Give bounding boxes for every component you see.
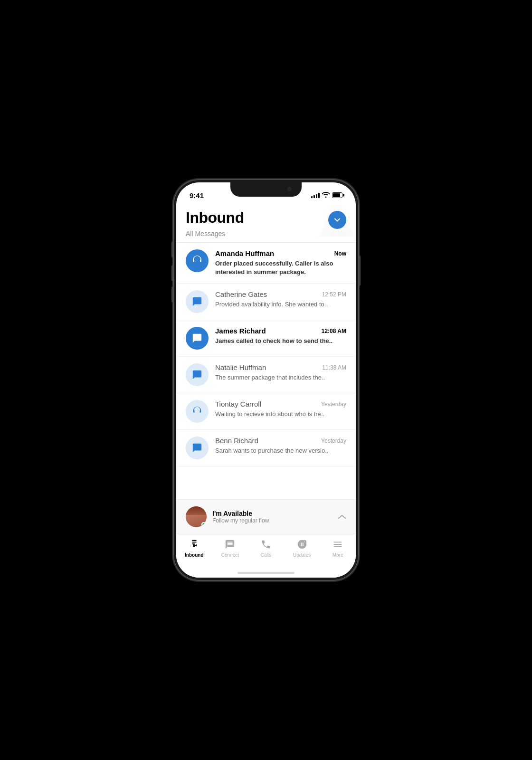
tab-calls-label: Calls [261, 552, 271, 558]
connect-icon [225, 539, 235, 551]
avatar [186, 437, 209, 459]
flow-label: Follow my regular flow [212, 517, 269, 524]
message-content: Amanda Huffman Now Order placed successf… [215, 249, 346, 276]
availability-label: I'm Available [212, 510, 269, 517]
message-content: James Richard 12:08 AM James called to c… [215, 327, 346, 345]
svg-text:!: ! [304, 540, 304, 543]
phone-frame: 9:41 [173, 180, 359, 580]
message-name: James Richard [215, 327, 266, 335]
updates-icon: ! [297, 539, 307, 551]
calls-icon [261, 539, 271, 551]
message-preview: Waiting to recieve info about who is fre… [215, 410, 346, 418]
avatar [186, 327, 209, 350]
expand-icon[interactable] [338, 512, 346, 522]
battery-icon [332, 192, 342, 198]
tab-more[interactable]: More [320, 538, 356, 559]
status-time: 9:41 [190, 191, 204, 200]
message-time: Yesterday [321, 401, 346, 408]
message-item[interactable]: Natalie Huffman 11:38 AM The summer pack… [176, 357, 356, 393]
inbound-icon [189, 539, 200, 551]
header-subtitle: All Messages [186, 230, 346, 238]
message-time: Now [334, 250, 346, 257]
tab-updates-label: Updates [293, 552, 311, 558]
message-content: Benn Richard Yesterday Sarah wants to pu… [215, 437, 346, 455]
message-name: Benn Richard [215, 437, 258, 445]
status-icons [311, 192, 342, 199]
user-avatar [186, 506, 207, 527]
availability-dot [201, 522, 206, 527]
avatar [186, 363, 209, 386]
avatar [186, 249, 209, 272]
signal-icon [311, 192, 320, 198]
message-item[interactable]: Catherine Gates 12:52 PM Provided availa… [176, 284, 356, 320]
message-content: Natalie Huffman 11:38 AM The summer pack… [215, 363, 346, 382]
notch [230, 182, 302, 197]
tab-inbound-label: Inbound [185, 552, 203, 558]
phone-screen: 9:41 [176, 182, 356, 578]
home-indicator [176, 568, 356, 578]
message-time: 11:38 AM [322, 364, 346, 371]
wifi-icon [322, 192, 330, 199]
message-preview: Order placed successfully. Caller is als… [215, 259, 346, 276]
header-top: Inbound [186, 209, 346, 229]
page-title: Inbound [186, 209, 244, 227]
tab-inbound[interactable]: Inbound [176, 538, 212, 559]
avatar [186, 290, 209, 313]
message-time: Yesterday [321, 437, 346, 444]
message-content: Tiontay Carroll Yesterday Waiting to rec… [215, 400, 346, 418]
message-preview: Provided availability info. She wanted t… [215, 300, 346, 309]
message-name: Amanda Huffman [215, 249, 274, 257]
message-list[interactable]: Amanda Huffman Now Order placed successf… [176, 243, 356, 499]
message-name: Tiontay Carroll [215, 400, 261, 408]
status-text: I'm Available Follow my regular flow [212, 510, 269, 524]
status-panel[interactable]: I'm Available Follow my regular flow [176, 499, 356, 534]
message-time: 12:08 AM [322, 328, 346, 334]
page-header: Inbound All Messages [176, 203, 356, 242]
dropdown-button[interactable] [328, 211, 346, 229]
message-time: 12:52 PM [322, 291, 346, 298]
message-name: Natalie Huffman [215, 363, 266, 371]
tab-bar: Inbound Connect Calls [176, 534, 356, 568]
message-item[interactable]: Amanda Huffman Now Order placed successf… [176, 243, 356, 284]
camera [287, 187, 291, 191]
message-preview: The summer package that includes the.. [215, 373, 346, 382]
message-preview: James called to check how to send the.. [215, 337, 346, 345]
message-item[interactable]: James Richard 12:08 AM James called to c… [176, 320, 356, 357]
message-name: Catherine Gates [215, 290, 267, 298]
message-content: Catherine Gates 12:52 PM Provided availa… [215, 290, 346, 309]
message-preview: Sarah wants to purchase the new versio.. [215, 446, 346, 455]
avatar [186, 400, 209, 423]
tab-connect-label: Connect [221, 552, 239, 558]
message-item[interactable]: Tiontay Carroll Yesterday Waiting to rec… [176, 393, 356, 430]
status-left: I'm Available Follow my regular flow [186, 506, 269, 527]
message-item[interactable]: Benn Richard Yesterday Sarah wants to pu… [176, 430, 356, 466]
tab-more-label: More [332, 552, 343, 558]
tab-updates[interactable]: ! Updates [284, 538, 320, 559]
tab-connect[interactable]: Connect [212, 538, 248, 559]
more-icon [332, 539, 343, 551]
tab-calls[interactable]: Calls [248, 538, 284, 559]
